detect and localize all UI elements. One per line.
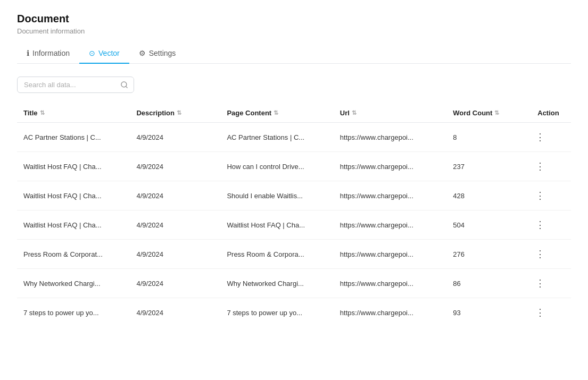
cell-word_count: 237 <box>446 152 526 181</box>
sort-title-icon[interactable]: ⇅ <box>40 109 45 116</box>
sort-content-icon[interactable]: ⇅ <box>274 109 278 116</box>
page-container: Document Document information ℹ Informat… <box>0 0 588 340</box>
col-header-page-content: Page Content ⇅ <box>220 104 333 123</box>
cell-title: Waitlist Host FAQ | Cha... <box>17 210 130 240</box>
table-row: Press Room & Corporat...4/9/2024Press Ro… <box>17 240 571 269</box>
cell-word_count: 86 <box>446 269 526 298</box>
table-row: Waitlist Host FAQ | Cha...4/9/2024Should… <box>17 181 571 210</box>
search-input[interactable] <box>18 77 115 92</box>
cell-action: ⋮ <box>526 123 571 152</box>
sort-wc-icon[interactable]: ⇅ <box>494 109 499 116</box>
cell-description: 4/9/2024 <box>130 269 220 298</box>
tab-bar: ℹ Information ⊙ Vector ⚙ Settings <box>17 44 571 64</box>
cell-url: https://www.chargepoi... <box>334 269 446 298</box>
cell-url: https://www.chargepoi... <box>334 240 446 269</box>
cell-description: 4/9/2024 <box>130 298 220 327</box>
document-subtitle: Document information <box>17 27 571 35</box>
cell-description: 4/9/2024 <box>130 210 220 240</box>
col-header-word-count: Word Count ⇅ <box>446 104 526 123</box>
cell-url: https://www.chargepoi... <box>334 181 446 210</box>
tab-information-label: Information <box>32 49 70 57</box>
document-title: Document <box>17 13 571 25</box>
search-icon <box>120 81 128 89</box>
cell-word_count: 276 <box>446 240 526 269</box>
table-body: AC Partner Stations | C...4/9/2024AC Par… <box>17 123 571 327</box>
cell-page_content: Press Room & Corpora... <box>220 240 333 269</box>
cell-word_count: 504 <box>446 210 526 240</box>
cell-page_content: 7 steps to power up yo... <box>220 298 333 327</box>
cell-action: ⋮ <box>526 240 571 269</box>
cell-title: AC Partner Stations | C... <box>17 123 130 152</box>
cell-url: https://www.chargepoi... <box>334 210 446 240</box>
row-action-button[interactable]: ⋮ <box>532 218 548 232</box>
tab-settings[interactable]: ⚙ Settings <box>129 44 186 64</box>
col-header-description: Description ⇅ <box>130 104 220 123</box>
cell-action: ⋮ <box>526 269 571 298</box>
search-button[interactable] <box>115 78 134 92</box>
info-icon: ℹ <box>27 49 29 57</box>
cell-page_content: AC Partner Stations | C... <box>220 123 333 152</box>
cell-url: https://www.chargepoi... <box>334 298 446 327</box>
cell-title: Waitlist Host FAQ | Cha... <box>17 181 130 210</box>
col-header-action: Action <box>526 104 571 123</box>
tab-settings-label: Settings <box>149 49 176 57</box>
row-action-button[interactable]: ⋮ <box>532 189 548 202</box>
cell-action: ⋮ <box>526 210 571 240</box>
cell-title: 7 steps to power up yo... <box>17 298 130 327</box>
table-row: Waitlist Host FAQ | Cha...4/9/2024Waitli… <box>17 210 571 240</box>
row-action-button[interactable]: ⋮ <box>532 306 548 319</box>
row-action-button[interactable]: ⋮ <box>532 159 548 173</box>
tab-information[interactable]: ℹ Information <box>17 44 79 64</box>
cell-url: https://www.chargepoi... <box>334 123 446 152</box>
cell-word_count: 93 <box>446 298 526 327</box>
svg-line-1 <box>126 86 127 88</box>
search-bar[interactable] <box>17 77 134 93</box>
row-action-button[interactable]: ⋮ <box>532 247 548 261</box>
cell-action: ⋮ <box>526 298 571 327</box>
vector-icon: ⊙ <box>89 49 95 57</box>
cell-page_content: Why Networked Chargi... <box>220 269 333 298</box>
sort-desc-icon[interactable]: ⇅ <box>177 109 181 116</box>
tab-vector[interactable]: ⊙ Vector <box>79 44 129 64</box>
cell-title: Waitlist Host FAQ | Cha... <box>17 152 130 181</box>
cell-title: Why Networked Chargi... <box>17 269 130 298</box>
data-table: Title ⇅ Description ⇅ Page Content ⇅ <box>17 104 571 327</box>
cell-page_content: Should I enable Waitlis... <box>220 181 333 210</box>
cell-description: 4/9/2024 <box>130 181 220 210</box>
cell-description: 4/9/2024 <box>130 240 220 269</box>
cell-word_count: 8 <box>446 123 526 152</box>
cell-action: ⋮ <box>526 152 571 181</box>
settings-icon: ⚙ <box>139 49 146 57</box>
col-header-title: Title ⇅ <box>17 104 130 123</box>
table-row: Waitlist Host FAQ | Cha...4/9/2024How ca… <box>17 152 571 181</box>
cell-action: ⋮ <box>526 181 571 210</box>
table-row: 7 steps to power up yo...4/9/20247 steps… <box>17 298 571 327</box>
cell-page_content: How can I control Drive... <box>220 152 333 181</box>
table-header-row: Title ⇅ Description ⇅ Page Content ⇅ <box>17 104 571 123</box>
table-row: AC Partner Stations | C...4/9/2024AC Par… <box>17 123 571 152</box>
col-header-url: Url ⇅ <box>334 104 446 123</box>
tab-vector-label: Vector <box>98 49 120 57</box>
cell-description: 4/9/2024 <box>130 123 220 152</box>
cell-word_count: 428 <box>446 181 526 210</box>
cell-description: 4/9/2024 <box>130 152 220 181</box>
row-action-button[interactable]: ⋮ <box>532 276 548 290</box>
row-action-button[interactable]: ⋮ <box>532 130 548 144</box>
sort-url-icon[interactable]: ⇅ <box>352 109 357 116</box>
table-row: Why Networked Chargi...4/9/2024Why Netwo… <box>17 269 571 298</box>
cell-url: https://www.chargepoi... <box>334 152 446 181</box>
cell-page_content: Waitlist Host FAQ | Cha... <box>220 210 333 240</box>
cell-title: Press Room & Corporat... <box>17 240 130 269</box>
